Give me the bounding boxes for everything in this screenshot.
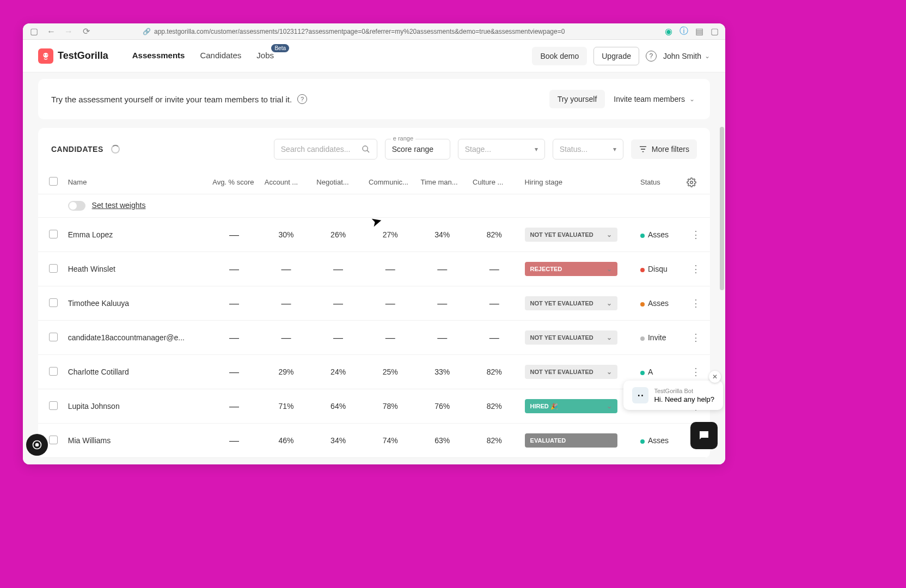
row-checkbox[interactable] [49,401,58,410]
score-cell: — [416,252,468,286]
row-checkbox[interactable] [49,333,58,341]
chat-popup[interactable]: ✕ • • TestGorilla Bot Hi. Need any help? [623,381,723,410]
status-filter[interactable]: Status... ▾ [553,139,623,160]
logo-icon [38,48,53,64]
extension-icon-2[interactable]: ⓘ [680,27,688,36]
select-all-checkbox[interactable] [49,177,58,186]
col-communication[interactable]: Communic... [364,170,417,194]
table-settings-icon[interactable] [687,177,706,187]
score-cell: 71% [260,389,313,424]
row-checkbox[interactable] [49,436,58,444]
score-cell: — [468,252,521,286]
scrollbar[interactable] [720,127,724,290]
invite-team-button[interactable]: Invite team members ⌄ [611,90,697,108]
table-row[interactable]: Mia Williams—46%34%74%63%82%EVALUATED⌄As… [38,424,710,458]
col-hiring-stage[interactable]: Hiring stage [521,170,636,194]
reload-icon[interactable]: ⟳ [82,27,90,36]
row-actions-icon[interactable]: ⋮ [691,264,701,274]
stage-cell: REJECTED⌄ [521,252,636,286]
chevron-down-icon: ▾ [535,145,538,153]
stage-pill[interactable]: REJECTED⌄ [525,262,617,276]
row-actions-icon[interactable]: ⋮ [691,229,701,240]
score-cell: 82% [468,424,521,458]
row-actions-icon[interactable]: ⋮ [691,298,701,309]
table-row[interactable]: Heath Winslet——————REJECTED⌄Disqu⋮ [38,252,710,286]
weights-toggle[interactable] [68,201,85,211]
set-weights-link[interactable]: Set test weights [92,201,146,210]
stage-pill[interactable]: NOT YET EVALUATED⌄ [525,330,617,345]
row-checkbox[interactable] [49,230,58,238]
row-checkbox[interactable] [49,298,58,307]
chat-launcher-button[interactable] [690,422,718,449]
row-check-cell [38,355,64,389]
chevron-down-icon: ⌄ [689,95,695,103]
beta-badge: Beta [271,44,289,52]
tabs-icon[interactable]: ▢ [710,27,719,36]
score-cell: — [364,321,417,355]
row-checkbox[interactable] [49,367,58,376]
chat-close-icon[interactable]: ✕ [709,371,721,383]
row-checkbox[interactable] [49,264,58,273]
score-range-filter[interactable]: e range Score range [385,139,450,160]
table-row[interactable]: Timothee Kaluuya——————NOT YET EVALUATED⌄… [38,286,710,321]
stage-cell: EVALUATED⌄ [521,424,636,458]
upgrade-button[interactable]: Upgrade [593,47,639,65]
table-row[interactable]: Lupita Johnson—71%64%78%76%82%HIRED 🎉⌄As… [38,389,710,424]
score-cell: — [312,321,364,355]
sidebar-toggle-icon[interactable]: ▢ [29,27,38,36]
stage-pill[interactable]: NOT YET EVALUATED⌄ [525,296,617,310]
chevron-down-icon: ⌄ [607,265,612,273]
stage-pill[interactable]: NOT YET EVALUATED⌄ [525,228,617,242]
stage-pill[interactable]: EVALUATED⌄ [525,433,617,448]
stage-filter[interactable]: Stage... ▾ [458,139,545,160]
score-cell: — [312,286,364,321]
nav-candidates[interactable]: Candidates [200,51,241,61]
book-demo-button[interactable]: Book demo [532,47,587,65]
forward-icon[interactable]: → [64,27,73,36]
search-icon [362,145,370,154]
status-dot-icon [640,336,645,341]
stage-pill[interactable]: HIRED 🎉⌄ [525,399,617,413]
col-avg[interactable]: Avg. % score [208,170,260,194]
status-cell: Disqu [636,252,682,286]
score-cell: 76% [416,389,468,424]
row-check-cell [38,321,64,355]
address-bar[interactable]: 🔗app.testgorilla.com/customer/assessment… [99,28,656,35]
trial-help-icon[interactable]: ? [297,94,307,104]
search-input[interactable]: Search candidates... [274,139,377,160]
score-cell: 82% [468,389,521,424]
user-menu[interactable]: John Smith ⌄ [663,52,710,60]
row-actions-icon[interactable]: ⋮ [691,332,701,343]
col-status[interactable]: Status [636,170,682,194]
nav-jobs[interactable]: Jobs Beta [256,51,274,61]
score-cell: — [468,321,521,355]
stage-pill[interactable]: NOT YET EVALUATED⌄ [525,365,617,379]
extension-icon-3[interactable]: ▤ [695,27,703,36]
back-icon[interactable]: ← [47,27,56,36]
chevron-down-icon: ⌄ [607,334,612,341]
nav-assessments[interactable]: Assessments [132,51,185,61]
col-culture[interactable]: Culture ... [468,170,521,194]
table-row[interactable]: Charlotte Cotillard—29%24%25%33%82%NOT Y… [38,355,710,389]
row-check-cell [38,252,64,286]
loading-spinner-icon [111,145,120,154]
help-icon[interactable]: ? [646,51,657,62]
logo[interactable]: TestGorilla [38,48,108,64]
table-row[interactable]: candidate18accountmanager@e...——————NOT … [38,321,710,355]
extension-icon-1[interactable]: ◉ [664,27,673,36]
avg-score: — [208,389,260,424]
try-yourself-button[interactable]: Try yourself [549,90,605,108]
status-dot-icon [640,371,645,375]
col-account[interactable]: Account ... [260,170,313,194]
col-name[interactable]: Name [64,170,208,194]
svg-point-5 [690,181,693,183]
score-cell: 33% [416,355,468,389]
score-cell: 34% [416,218,468,252]
section-title: CANDIDATES [51,145,103,154]
accessibility-fab[interactable] [26,434,48,456]
candidate-name: Heath Winslet [64,252,208,286]
col-time-management[interactable]: Time man... [416,170,468,194]
col-negotiation[interactable]: Negotiat... [312,170,364,194]
row-actions-icon[interactable]: ⋮ [691,366,701,377]
more-filters-button[interactable]: More filters [631,139,697,159]
